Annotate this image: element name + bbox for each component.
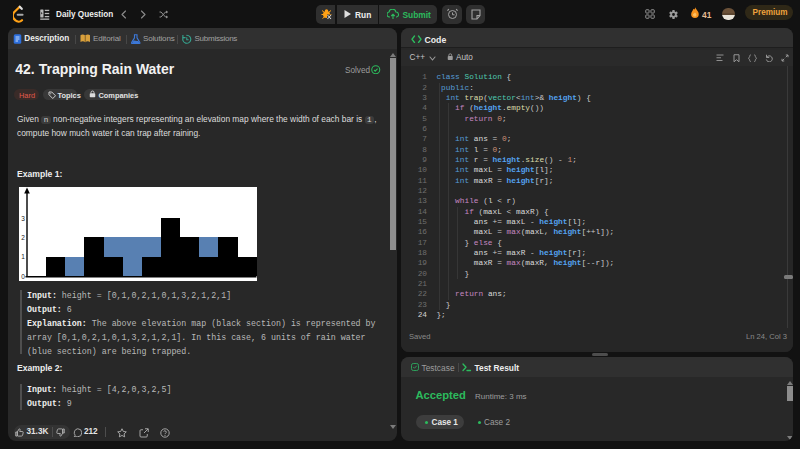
svg-text:2: 2: [21, 233, 25, 240]
svg-text:1: 1: [21, 253, 25, 260]
svg-text:3: 3: [21, 214, 25, 221]
svg-text:0: 0: [21, 272, 25, 279]
